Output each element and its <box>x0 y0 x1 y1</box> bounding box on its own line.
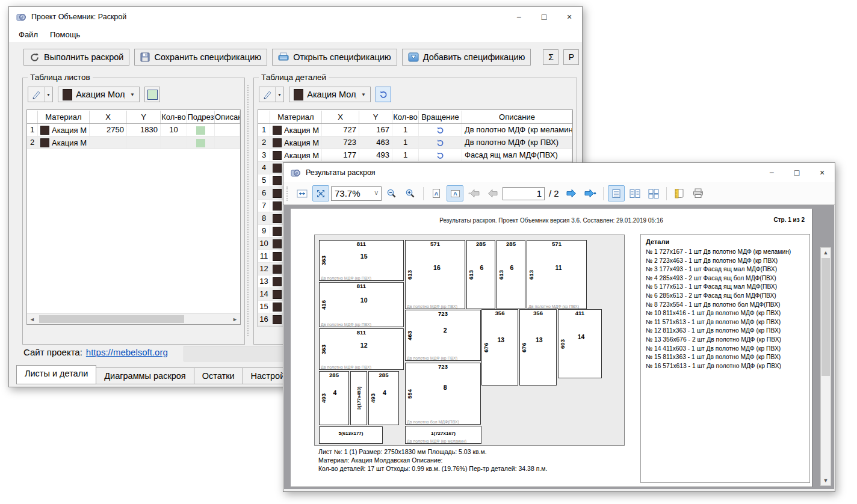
scroll-down-icon[interactable]: ▼ <box>821 476 831 485</box>
material-swatch <box>273 164 282 173</box>
zoom-out-button[interactable] <box>383 185 400 201</box>
group-splitter[interactable] <box>247 85 249 336</box>
piece-label: 3(177x493) <box>356 387 362 410</box>
cut-piece: 2856136 <box>497 240 525 309</box>
portrait-button[interactable]: A <box>428 185 445 201</box>
fit-width-button[interactable] <box>294 185 311 201</box>
p-button[interactable]: Р <box>563 49 579 65</box>
column-header[interactable]: X <box>90 111 127 123</box>
run-icon <box>29 52 40 63</box>
y-cell <box>127 137 161 149</box>
x-cell: 727 <box>322 124 359 136</box>
scroll-up-icon[interactable]: ▲ <box>821 248 831 257</box>
podrez-toggle-button[interactable] <box>144 87 160 102</box>
toolbar-separator <box>603 187 604 200</box>
column-header[interactable] <box>27 111 38 123</box>
column-header[interactable]: Материал <box>38 111 90 123</box>
details-material-combo[interactable]: Акация Молда ▼ <box>289 87 371 102</box>
next-page-button[interactable] <box>563 185 580 201</box>
x-cell: 723 <box>322 137 359 149</box>
prev-page-button[interactable] <box>484 185 501 201</box>
layout-two-icon <box>630 189 640 198</box>
piece-description: Дв полотно МДФ (кр ПВХ) <box>407 356 457 360</box>
tab-diagrams[interactable]: Диаграммы раскроя <box>96 367 194 384</box>
minimize-button[interactable]: − <box>759 164 784 182</box>
x-cell: 2750 <box>90 124 127 136</box>
column-header[interactable]: Подрез <box>187 111 215 123</box>
piece-description: Дв полотно бол МДФ(ПВХ) <box>407 420 459 424</box>
cut-piece: 1(727x167)Дв полотно МДФ (кр меламин) <box>405 426 481 444</box>
close-button[interactable]: × <box>557 8 582 26</box>
save-spec-button[interactable]: Сохранить спецификацию <box>134 49 267 66</box>
app-icon <box>291 168 301 177</box>
scroll-left-icon[interactable]: ◄ <box>27 314 37 324</box>
details-panel-title: Детали <box>646 238 805 245</box>
pen-icon <box>259 87 275 102</box>
fit-page-button[interactable] <box>312 185 329 201</box>
detail-line: № 6 285x613 - 2 шт Фасад ящ бол МДФ(ПВХ) <box>646 292 805 301</box>
sheets-material-combo[interactable]: Акация Молда ▼ <box>58 87 140 102</box>
minimize-button[interactable]: − <box>506 8 531 26</box>
row-number: 2 <box>258 137 270 149</box>
piece-label: 1(727x167) <box>406 430 481 435</box>
column-header[interactable]: Y <box>127 111 161 123</box>
piece-width-label: 571 <box>527 241 586 247</box>
maximize-button[interactable]: □ <box>531 8 557 26</box>
piece-number: 15 <box>360 253 368 260</box>
zoom-in-button[interactable] <box>402 185 419 201</box>
tab-sheets-details[interactable]: Листы и детали <box>16 365 96 384</box>
column-header[interactable]: X <box>322 111 359 123</box>
layout-four-button[interactable] <box>645 185 662 201</box>
column-header[interactable]: Вращение <box>419 111 462 123</box>
details-edit-split-button[interactable]: ▼ <box>259 87 284 102</box>
rotation-toggle-button[interactable] <box>376 87 391 102</box>
first-page-button[interactable] <box>465 185 482 201</box>
column-header[interactable]: Описание <box>462 111 572 123</box>
summary-line: Кол-во деталей: 17 шт Отходы: 0.99 кв.м.… <box>318 464 547 473</box>
cut-piece: 5(613x177) <box>319 426 383 444</box>
menu-help[interactable]: Помощь <box>44 28 86 41</box>
page-number-input[interactable] <box>503 187 545 200</box>
zoom-combo[interactable]: 73.7% ᐯ <box>331 186 382 201</box>
spec-ruler-icon <box>674 188 684 198</box>
spec-button[interactable] <box>671 185 688 201</box>
scroll-thumb[interactable] <box>39 315 184 323</box>
layout-single-button[interactable] <box>608 185 625 201</box>
row-number: 5 <box>258 174 270 186</box>
open-spec-button[interactable]: Открыть спецификацию <box>272 49 397 66</box>
column-header[interactable]: Кол-во <box>161 111 187 123</box>
site-link[interactable]: https://mebelsoft.org <box>86 347 168 357</box>
details-group-title: Таблица деталей <box>259 73 329 82</box>
sheets-group-title: Таблица листов <box>28 73 93 82</box>
run-cutting-button[interactable]: Выполнить раскрой <box>23 49 129 66</box>
details-table-row[interactable]: 2Акация Мо7234631Дв полотно МДФ (кр ПВХ) <box>258 137 572 149</box>
column-header[interactable]: Кол-во <box>392 111 419 123</box>
sheets-table-body: 1Акация Мо27501830102Акация Мо <box>27 124 240 149</box>
material-cell: Акация Мо <box>270 124 322 136</box>
tab-remnants[interactable]: Остатки <box>194 367 243 384</box>
add-spec-button[interactable]: Добавить спецификацию <box>402 49 531 66</box>
sheets-table-row[interactable]: 2Акация Мо <box>27 137 240 149</box>
sheets-table-row[interactable]: 1Акация Мо2750183010 <box>27 124 240 137</box>
scroll-thumb[interactable] <box>821 258 830 376</box>
column-header[interactable]: Y <box>359 111 392 123</box>
sheets-edit-split-button[interactable]: ▼ <box>28 87 53 102</box>
piece-height-label: 676 <box>521 343 527 352</box>
last-page-button[interactable] <box>582 185 599 201</box>
layout-two-button[interactable] <box>627 185 643 201</box>
page-total-label: / 2 <box>549 188 559 198</box>
maximize-button[interactable]: □ <box>784 164 809 182</box>
details-table-row[interactable]: 1Акация Мо7271671Дв полотно МДФ (кр мела… <box>258 124 572 137</box>
vertical-scrollbar[interactable]: ▲ ▼ <box>820 247 831 486</box>
scroll-right-icon[interactable]: ► <box>230 314 240 324</box>
details-table-row[interactable]: 3Акация Мо1774931Фасад ящ мал МДФ(ПВХ) <box>258 149 572 162</box>
close-button[interactable]: × <box>809 164 835 182</box>
column-header[interactable] <box>258 111 270 123</box>
column-header[interactable]: Материал <box>270 111 322 123</box>
landscape-button[interactable]: A <box>447 185 463 201</box>
sheets-hscrollbar[interactable]: ◄ ► <box>27 313 240 324</box>
column-header[interactable]: Описание <box>215 111 240 123</box>
print-button[interactable] <box>690 185 707 201</box>
sigma-button[interactable]: Σ <box>543 49 558 65</box>
menu-file[interactable]: Файл <box>13 28 44 41</box>
